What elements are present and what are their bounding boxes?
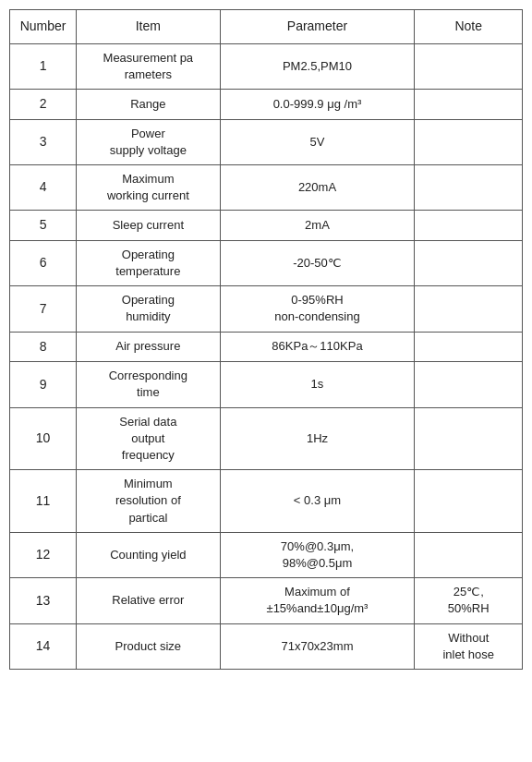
cell-item: Operatingtemperature [77, 240, 220, 285]
header-number: Number [10, 10, 77, 44]
table-row: 10Serial dataoutputfrequency1Hz [10, 407, 523, 470]
table-row: 5Sleep current2mA [10, 211, 523, 241]
specs-table-container: Number Item Parameter Note 1Measurement … [9, 9, 523, 670]
cell-note [415, 89, 523, 119]
cell-note [415, 286, 523, 332]
cell-note [415, 240, 523, 285]
cell-item: Air pressure [77, 332, 220, 362]
table-row: 7Operatinghumidity0-95%RHnon-condensing [10, 286, 523, 332]
cell-number: 3 [10, 119, 77, 164]
cell-item: Maximumworking current [77, 164, 220, 210]
header-parameter: Parameter [220, 10, 415, 44]
cell-item: Serial dataoutputfrequency [77, 407, 220, 470]
cell-parameter: 0.0-999.9 μg /m³ [220, 89, 415, 119]
cell-parameter: PM2.5,PM10 [220, 43, 415, 89]
cell-parameter: Maximum of±15%and±10μg/m³ [220, 578, 415, 623]
cell-item: Counting yield [77, 532, 220, 577]
cell-item: Range [77, 89, 220, 119]
cell-note: Withoutinlet hose [415, 623, 523, 669]
cell-note [415, 332, 523, 362]
cell-item: Operatinghumidity [77, 286, 220, 332]
cell-parameter: 1s [220, 362, 415, 407]
table-row: 11Minimumresolution ofpartical< 0.3 μm [10, 470, 523, 533]
cell-parameter: 1Hz [220, 407, 415, 470]
cell-note [415, 407, 523, 470]
table-row: 1Measurement parametersPM2.5,PM10 [10, 43, 523, 89]
table-row: 14Product size71x70x23mmWithoutinlet hos… [10, 623, 523, 669]
cell-number: 1 [10, 43, 77, 89]
cell-number: 11 [10, 470, 77, 533]
table-row: 2Range0.0-999.9 μg /m³ [10, 89, 523, 119]
table-row: 6Operatingtemperature-20-50℃ [10, 240, 523, 285]
cell-item: Relative error [77, 578, 220, 623]
cell-number: 4 [10, 164, 77, 210]
cell-parameter: < 0.3 μm [220, 470, 415, 533]
cell-note [415, 211, 523, 241]
table-row: 12Counting yield70%@0.3μm,98%@0.5μm [10, 532, 523, 577]
table-row: 3Powersupply voltage5V [10, 119, 523, 164]
header-item: Item [77, 10, 220, 44]
cell-note [415, 470, 523, 533]
cell-number: 6 [10, 240, 77, 285]
cell-note [415, 362, 523, 407]
cell-number: 14 [10, 623, 77, 669]
cell-parameter: 5V [220, 119, 415, 164]
cell-note [415, 532, 523, 577]
cell-number: 10 [10, 407, 77, 470]
cell-item: Correspondingtime [77, 362, 220, 407]
cell-number: 8 [10, 332, 77, 362]
table-row: 8Air pressure86KPa～110KPa [10, 332, 523, 362]
cell-parameter: 71x70x23mm [220, 623, 415, 669]
cell-number: 7 [10, 286, 77, 332]
cell-number: 9 [10, 362, 77, 407]
table-header-row: Number Item Parameter Note [10, 10, 523, 44]
cell-parameter: -20-50℃ [220, 240, 415, 285]
cell-item: Product size [77, 623, 220, 669]
cell-parameter: 70%@0.3μm,98%@0.5μm [220, 532, 415, 577]
cell-note [415, 43, 523, 89]
table-row: 4Maximumworking current220mA [10, 164, 523, 210]
cell-item: Powersupply voltage [77, 119, 220, 164]
cell-number: 2 [10, 89, 77, 119]
specs-table: Number Item Parameter Note 1Measurement … [9, 9, 523, 670]
cell-item: Minimumresolution ofpartical [77, 470, 220, 533]
header-note: Note [415, 10, 523, 44]
cell-parameter: 220mA [220, 164, 415, 210]
cell-item: Sleep current [77, 211, 220, 241]
cell-parameter: 86KPa～110KPa [220, 332, 415, 362]
cell-number: 5 [10, 211, 77, 241]
cell-parameter: 2mA [220, 211, 415, 241]
cell-note [415, 119, 523, 164]
cell-item: Measurement parameters [77, 43, 220, 89]
table-row: 9Correspondingtime1s [10, 362, 523, 407]
cell-note: 25℃,50%RH [415, 578, 523, 623]
cell-number: 13 [10, 578, 77, 623]
table-row: 13Relative errorMaximum of±15%and±10μg/m… [10, 578, 523, 623]
cell-number: 12 [10, 532, 77, 577]
cell-note [415, 164, 523, 210]
cell-parameter: 0-95%RHnon-condensing [220, 286, 415, 332]
